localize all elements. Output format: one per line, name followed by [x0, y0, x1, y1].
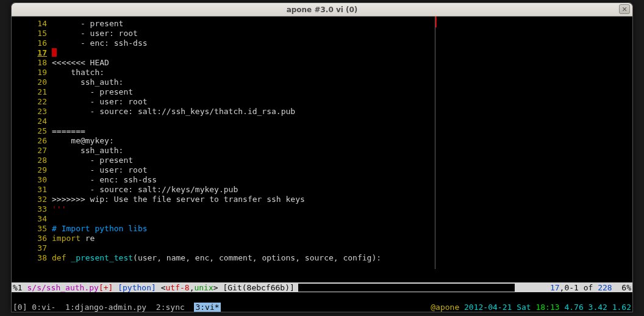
- line-number: 20: [13, 77, 52, 87]
- tmux-window-3-active[interactable]: 3:vi*: [194, 303, 220, 312]
- sb-progress-bar: [298, 284, 515, 292]
- window-titlebar[interactable]: apone #3.0 vi (0) ✕: [12, 3, 632, 16]
- line-number: 26: [13, 136, 52, 146]
- code-line[interactable]: 34: [13, 214, 632, 224]
- code-line[interactable]: 20 ssh_auth:: [13, 77, 632, 87]
- line-number: 17: [13, 48, 52, 58]
- code-token: import: [52, 234, 80, 243]
- vim-statusline: %1 s/s/ssh_auth.py [+] [python] < utf-8 …: [12, 282, 632, 292]
- line-number: 30: [13, 175, 52, 185]
- code-token: ssh_auth:: [52, 146, 123, 155]
- window-title: apone #3.0 vi (0): [287, 5, 358, 14]
- code-line[interactable]: 37: [13, 243, 632, 253]
- sb-enc-open: <: [161, 283, 166, 292]
- line-number: 35: [13, 224, 52, 234]
- tmux-time: 18:13: [535, 303, 559, 312]
- code-line[interactable]: 14 - present: [13, 19, 632, 29]
- code-token: re: [80, 234, 95, 243]
- sb-tail: 6%: [612, 283, 631, 292]
- sb-window-pct: %1: [13, 283, 23, 292]
- sb-enc-a: utf-8: [165, 283, 189, 292]
- cursor: [52, 48, 57, 57]
- line-number: 14: [13, 19, 52, 29]
- code-token: - user: root: [52, 97, 148, 106]
- close-button[interactable]: ✕: [619, 4, 630, 14]
- tmux-window-2[interactable]: 2:sync: [156, 303, 185, 312]
- sb-pos-line: 17: [550, 283, 560, 292]
- code-line[interactable]: 22 - user: root: [13, 97, 632, 107]
- code-line[interactable]: 26 me@mykey:: [13, 136, 632, 146]
- code-area[interactable]: 14 - present15 - user: root16 - enc: ssh…: [13, 19, 632, 263]
- line-number: 23: [13, 107, 52, 117]
- code-line[interactable]: 23 - source: salt://ssh_keys/thatch.id_r…: [13, 107, 632, 117]
- code-line[interactable]: 30 - enc: ssh-dss: [13, 175, 632, 185]
- tmux-date: 2012-04-21 Sat: [464, 303, 531, 312]
- code-line[interactable]: 36import re: [13, 234, 632, 243]
- code-line[interactable]: 32>>>>>>> wip: Use the file server to tr…: [13, 195, 632, 204]
- code-line[interactable]: 29 - user: root: [13, 165, 632, 175]
- tmux-statusline: [0] 0:vi- 1:django-admin.py 2:sync 3:vi*…: [12, 302, 632, 312]
- code-token: - source: salt://keys/mykey.pub: [52, 185, 238, 194]
- sb-enc-close: >: [213, 283, 218, 292]
- line-number: 25: [13, 126, 52, 136]
- tmux-host: @apone: [431, 303, 459, 312]
- line-number: 24: [13, 117, 52, 126]
- sb-filepath: s/s/ssh_auth.py: [27, 283, 98, 292]
- split-cursor-column: [435, 16, 437, 27]
- code-line[interactable]: 21 - present: [13, 87, 632, 97]
- sb-enc-b: unix: [194, 283, 213, 292]
- sb-total: 228: [598, 283, 612, 292]
- tmux-window-0[interactable]: 0:vi-: [32, 303, 55, 312]
- code-line[interactable]: 17: [13, 48, 632, 58]
- code-line[interactable]: 15 - user: root: [13, 29, 632, 38]
- close-icon: ✕: [621, 5, 627, 13]
- code-line[interactable]: 33''': [13, 204, 632, 214]
- sb-of: of: [579, 283, 598, 292]
- line-number: 36: [13, 234, 52, 243]
- line-number: 15: [13, 29, 52, 38]
- code-line[interactable]: 19 thatch:: [13, 68, 632, 77]
- terminal-window: apone #3.0 vi (0) ✕ 14 - present15 - use…: [11, 2, 633, 312]
- line-number: 19: [13, 68, 52, 77]
- code-token: thatch:: [52, 68, 104, 77]
- line-number: 18: [13, 58, 52, 68]
- code-line[interactable]: 31 - source: salt://keys/mykey.pub: [13, 185, 632, 195]
- code-line[interactable]: 28 - present: [13, 156, 632, 165]
- line-number: 16: [13, 38, 52, 48]
- code-token: (user, name, enc, comment, options, sour…: [133, 253, 381, 262]
- line-number: 34: [13, 214, 52, 224]
- line-number: 29: [13, 165, 52, 175]
- code-token: =======: [52, 126, 85, 135]
- split-divider: [435, 16, 435, 269]
- code-line[interactable]: 35# Import python libs: [13, 224, 632, 234]
- code-line[interactable]: 16 - enc: ssh-dss: [13, 38, 632, 48]
- code-token: >>>>>>> wip: Use the file server to tran…: [52, 195, 305, 204]
- line-number: 38: [13, 253, 52, 263]
- code-token: - user: root: [52, 165, 148, 174]
- sb-pos-col: ,0-1: [560, 283, 579, 292]
- code-line[interactable]: 25=======: [13, 126, 632, 136]
- editor-viewport[interactable]: 14 - present15 - user: root16 - enc: ssh…: [12, 16, 632, 282]
- sb-enc-sep: ,: [190, 283, 195, 292]
- line-number: 32: [13, 195, 52, 204]
- code-token: - enc: ssh-dss: [52, 38, 148, 48]
- code-token: - present: [52, 156, 133, 165]
- code-line[interactable]: 27 ssh_auth:: [13, 146, 632, 156]
- tmux-session: [0]: [13, 303, 27, 312]
- line-number: 33: [13, 204, 52, 214]
- code-token: <<<<<<< HEAD: [52, 58, 109, 67]
- code-token: - present: [52, 19, 123, 28]
- code-token: ssh_auth:: [52, 77, 123, 87]
- tmux-window-1[interactable]: 1:django-admin.py: [65, 303, 146, 312]
- code-token: # Import python libs: [52, 224, 148, 233]
- code-token: me@mykey:: [52, 136, 114, 145]
- sb-modified: [+]: [99, 283, 113, 292]
- code-line[interactable]: 38def _present_test(user, name, enc, com…: [13, 253, 632, 263]
- line-number: 21: [13, 87, 52, 97]
- sb-git: [Git(8ebcf66b)]: [223, 283, 294, 292]
- sb-filetype: [python]: [118, 283, 156, 292]
- code-line[interactable]: 18<<<<<<< HEAD: [13, 58, 632, 68]
- code-line[interactable]: 24: [13, 117, 632, 126]
- line-number: 31: [13, 185, 52, 195]
- vim-command-line[interactable]: [12, 292, 632, 302]
